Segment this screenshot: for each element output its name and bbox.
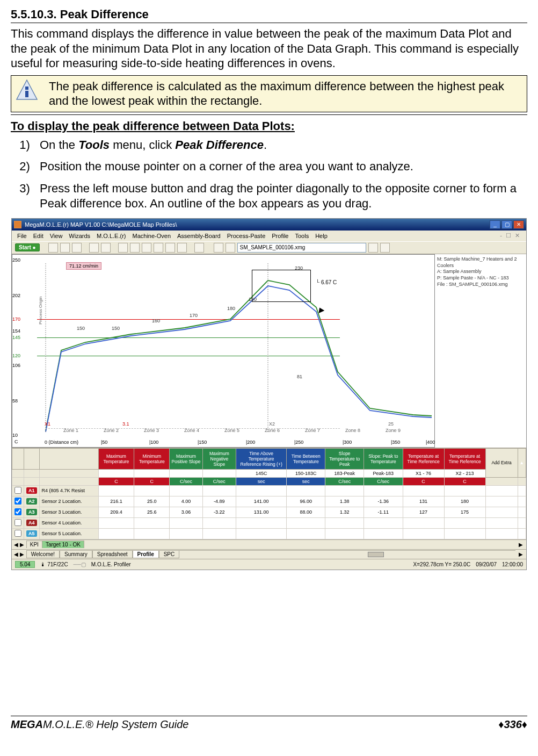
cell: [403, 528, 444, 539]
toolbar-next-icon[interactable]: [380, 243, 390, 253]
kpi-tabs: ◀ ▶ KPI Target 10 - OK ▶: [12, 539, 526, 549]
cell: 88.00: [287, 507, 325, 517]
cell: [98, 528, 134, 539]
tab-spreadsheet[interactable]: Spreadsheet: [92, 550, 133, 558]
tab-welcome[interactable]: Welcome!: [26, 550, 60, 558]
peak-difference-box[interactable]: [252, 270, 311, 302]
toolbar-icon[interactable]: [165, 243, 175, 253]
chart-area: 250 202 170 154 145 120 106 58 10 C 71.1…: [12, 254, 526, 448]
toolbar-prev-icon[interactable]: [214, 243, 223, 253]
toolbar: Start ● SM_SAMPLE_000106.xmg: [12, 241, 526, 254]
col-time-above[interactable]: Time Above Temperature Reference Rising …: [236, 448, 287, 469]
col-temp-x2[interactable]: Temperature at Time Reference: [444, 448, 485, 469]
page-footer: MEGAM.O.L.E.® Help System Guide ♦336♦: [11, 716, 527, 731]
cell: 180: [444, 496, 485, 507]
table-row[interactable]: A1 R4 (805 4.7K Resist: [12, 485, 526, 496]
tab-profile[interactable]: Profile: [133, 550, 159, 558]
row-label: Sensor 3 Location.: [39, 507, 98, 517]
menu-assembly-board[interactable]: Assembly-Board: [177, 233, 221, 239]
cell: 216.1: [98, 496, 134, 507]
cell: [236, 528, 287, 539]
toolbar-help-icon[interactable]: [194, 243, 204, 253]
toolbar-icon[interactable]: [48, 243, 58, 253]
hscroll-thumb[interactable]: [368, 552, 384, 557]
row-checkbox[interactable]: [14, 530, 21, 537]
window-titlebar[interactable]: MegaM.O.L.E.(r) MAP V1.00 C:\MegaMOLE Ma…: [12, 219, 526, 231]
toolbar-print-icon[interactable]: [72, 243, 82, 253]
row-checkbox[interactable]: [14, 498, 21, 505]
cell: [202, 485, 236, 496]
toolbar-icon[interactable]: [130, 243, 140, 253]
row-checkbox[interactable]: [14, 487, 21, 494]
profile-info-panel: M: Sample Machine_7 Heaters and 2 Cooler…: [435, 254, 526, 448]
tab-target[interactable]: Target 10 - OK: [42, 541, 84, 548]
row-id: A3: [26, 509, 37, 515]
col-temp-x1[interactable]: Temperature at Time Reference: [403, 448, 444, 469]
x-tick: |50: [101, 440, 107, 445]
table-row[interactable]: A4 Sensor 4 Location.: [12, 517, 526, 528]
close-button[interactable]: ✕: [513, 220, 524, 229]
procedure-heading: To display the peak difference between D…: [11, 119, 527, 133]
menu-mole[interactable]: M.O.L.E.(r): [97, 233, 126, 239]
menu-machine-oven[interactable]: Machine-Oven: [132, 233, 171, 239]
toolbar-save-icon[interactable]: [60, 243, 70, 253]
toolbar-icon[interactable]: [154, 243, 163, 253]
data-graph[interactable]: 250 202 170 154 145 120 106 58 10 C 71.1…: [12, 254, 435, 448]
y-tick: 58: [12, 398, 18, 404]
toolbar-down-icon[interactable]: [226, 243, 235, 253]
tab-summary[interactable]: Summary: [60, 550, 92, 558]
menu-process-paste[interactable]: Process-Paste: [227, 233, 266, 239]
tab-spc[interactable]: SPC: [159, 550, 180, 558]
col-max-neg-slope[interactable]: Maximum Negative Slope: [202, 448, 236, 469]
toolbar-icon[interactable]: [142, 243, 151, 253]
toolbar-zoom-out-icon[interactable]: [101, 243, 111, 253]
row-checkbox[interactable]: [14, 508, 21, 515]
menu-tools[interactable]: Tools: [295, 233, 309, 239]
add-extra-button[interactable]: Add Extra: [485, 448, 518, 477]
table-header-row: Maximum Temperature Minimum Temperature …: [12, 448, 526, 469]
menu-view[interactable]: View: [50, 233, 63, 239]
col-max-pos-slope[interactable]: Maximum Positive Slope: [170, 448, 202, 469]
toolbar-up-icon[interactable]: [368, 243, 378, 253]
toolbar-zoom-in-icon[interactable]: [89, 243, 99, 253]
menu-wizards[interactable]: Wizards: [69, 233, 90, 239]
menu-file[interactable]: File: [17, 233, 27, 239]
cell: [403, 485, 444, 496]
section-title: Peak Difference: [60, 8, 149, 21]
col-slope-peak-to[interactable]: Slope: Peak to Temperature: [364, 448, 403, 469]
menu-help[interactable]: Help: [315, 233, 328, 239]
table-row[interactable]: A5 Sensor 5 Location.: [12, 528, 526, 539]
col-slope-to-peak[interactable]: Slope Temperature to Peak: [325, 448, 364, 469]
row-id: A1: [26, 487, 37, 494]
cell: [403, 517, 444, 528]
midline-value: 81: [297, 374, 302, 379]
view-tabs: ◀ ▶ Welcome! Summary Spreadsheet Profile…: [12, 549, 526, 559]
intro-paragraph: This command displays the difference in …: [11, 26, 527, 71]
zone-small-value: 25: [388, 421, 394, 427]
cell: [236, 485, 287, 496]
mdi-controls[interactable]: - ☐ ✕: [500, 232, 521, 239]
menu-edit[interactable]: Edit: [33, 233, 43, 239]
start-button[interactable]: Start ●: [15, 243, 40, 251]
section-number: 5.5.10.3.: [11, 8, 57, 21]
x-marker-x1: X1: [45, 421, 50, 427]
row-id: A5: [26, 530, 37, 537]
toolbar-icon[interactable]: [177, 243, 187, 253]
col-max-temp[interactable]: Maximum Temperature: [98, 448, 134, 469]
toolbar-icon[interactable]: [118, 243, 128, 253]
minimize-button[interactable]: _: [490, 220, 500, 229]
col-min-temp[interactable]: Minimum Temperature: [134, 448, 170, 469]
cell: -4.89: [202, 496, 236, 507]
x-marker-x2: X2: [269, 421, 275, 427]
table-units-row: C C C/sec C/sec sec sec C/sec C/sec C C: [12, 477, 526, 485]
tab-kpi[interactable]: KPI: [26, 541, 42, 548]
maximize-button[interactable]: ▢: [501, 220, 512, 229]
step-3: Press the left mouse button and drag the…: [37, 181, 527, 212]
row-label: Sensor 4 Location.: [39, 517, 98, 528]
row-checkbox[interactable]: [14, 519, 21, 526]
table-row[interactable]: A3 Sensor 3 Location.209.425.63.06-3.221…: [12, 507, 526, 517]
menu-profile[interactable]: Profile: [272, 233, 288, 239]
file-combo[interactable]: SM_SAMPLE_000106.xmg: [237, 243, 366, 253]
table-row[interactable]: A2 Sensor 2 Location.216.125.04.00-4.891…: [12, 496, 526, 507]
col-time-between[interactable]: Time Between Temperature: [287, 448, 325, 469]
